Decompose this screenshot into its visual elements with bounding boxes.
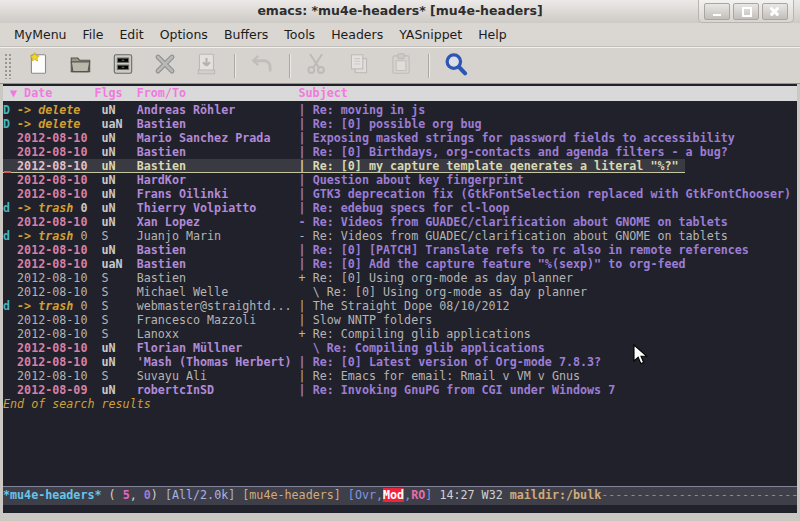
menu-buffers[interactable]: Buffers <box>216 25 276 44</box>
message-row[interactable]: 2012-08-10 S Suvayu Ali | Re: Emacs for … <box>3 369 797 383</box>
toolbar-separator <box>428 54 429 78</box>
undo-icon <box>249 51 275 81</box>
message-row[interactable]: 2012-08-10 uN Bastien | Re: [0] my captu… <box>3 159 685 173</box>
menu-tools[interactable]: Tools <box>276 25 323 44</box>
modeline-plain: ( <box>102 488 123 502</box>
menu-yasnippet[interactable]: YASnippet <box>391 25 470 44</box>
modeline-dashes: ------------------------------ <box>601 488 797 502</box>
message-row[interactable]: 2012-08-09 uN robertcInSD | Re: Invoking… <box>3 383 797 397</box>
modeline-major-mode: [mu4e-headers] <box>242 488 348 502</box>
save-button[interactable] <box>106 51 140 81</box>
menu-edit[interactable]: Edit <box>111 25 151 44</box>
menubar: MyMenuFileEditOptionsBuffersToolsHeaders… <box>0 23 800 47</box>
modeline-plain: , <box>130 488 144 502</box>
message-row[interactable]: d -> trash 0 uN Thierry Volpiatto | Re: … <box>3 201 797 215</box>
window-title: emacs: *mu4e-headers* [mu4e-headers] <box>0 3 800 18</box>
toolbar-separator <box>289 54 290 78</box>
modeline-position: [All/2.0k] <box>165 488 242 502</box>
message-row[interactable]: 2012-08-10 S Bastien + Re: [0] Using org… <box>3 271 797 285</box>
modeline-readonly: RO <box>411 488 425 502</box>
cut-icon <box>304 51 330 81</box>
save-as-icon <box>194 51 220 81</box>
search-button[interactable] <box>439 51 473 81</box>
message-row[interactable]: 2012-08-10 uN Frans Oilinki | GTK3 depre… <box>3 187 797 201</box>
message-row[interactable]: 2012-08-10 uN Xan Lopez - Re: Videos fro… <box>3 215 797 229</box>
menu-file[interactable]: File <box>75 25 112 44</box>
message-row[interactable]: d -> trash 0 S webmaster@straightd... | … <box>3 299 797 313</box>
toolbar-drag-handle[interactable] <box>4 53 12 79</box>
message-list: D -> delete uN Andreas Röhler | Re: movi… <box>3 101 797 397</box>
message-row[interactable]: 2012-08-10 uN Mario Sanchez Prada | Expo… <box>3 131 797 145</box>
open-folder-button[interactable] <box>64 51 98 81</box>
message-row[interactable]: 2012-08-10 uN Bastien | Re: [0] Birthday… <box>3 145 797 159</box>
modeline: *mu4e-headers* ( 5, 0) [All/2.0k] [mu4e-… <box>3 486 797 505</box>
modeline-maildir: maildir:/bulk <box>510 488 601 502</box>
message-row[interactable]: D -> delete uaN Bastien | Re: [0] possib… <box>3 117 797 131</box>
message-row[interactable]: 2012-08-10 uN HardKor | Question about k… <box>3 173 797 187</box>
modeline-col-num: 0 <box>144 488 151 502</box>
titlebar[interactable]: emacs: *mu4e-headers* [mu4e-headers] <box>0 0 800 24</box>
paste-icon <box>388 51 414 81</box>
close-button[interactable] <box>762 3 788 20</box>
save-as-button <box>190 51 224 81</box>
echo-area[interactable] <box>3 505 797 513</box>
column-header-line[interactable]: ▼ Date Flgs From/To Subject <box>3 86 797 101</box>
modeline-modified: Mod <box>383 488 404 502</box>
minimize-icon <box>713 14 721 16</box>
toolbar <box>0 47 800 84</box>
modeline-buffer-name: *mu4e-headers* <box>3 488 102 502</box>
message-row[interactable]: 2012-08-10 S Michael Welle \ Re: [0] Usi… <box>3 285 797 299</box>
buffer-area[interactable]: ▼ Date Flgs From/To Subject D -> delete … <box>3 84 797 513</box>
menu-options[interactable]: Options <box>152 25 216 44</box>
close-icon <box>152 51 178 81</box>
message-row[interactable]: 2012-08-10 uaN Bastien | Re: [0] Add the… <box>3 257 797 271</box>
end-of-results-text: End of search results <box>3 397 797 411</box>
window-controls <box>698 0 794 23</box>
maximize-button[interactable] <box>733 3 759 20</box>
copy-icon <box>346 51 372 81</box>
message-row[interactable]: 2012-08-10 uN Florian Müllner \ Re: Comp… <box>3 341 797 355</box>
new-file-icon <box>26 51 52 81</box>
save-icon <box>110 51 136 81</box>
search-icon <box>443 51 469 81</box>
maximize-icon <box>742 7 752 17</box>
message-row[interactable]: 2012-08-10 S Lanoxx + Re: Compiling glib… <box>3 327 797 341</box>
copy-button <box>342 51 376 81</box>
new-file-button[interactable] <box>22 51 56 81</box>
close-button[interactable] <box>148 51 182 81</box>
minimize-button[interactable] <box>704 3 730 20</box>
modeline-minor: [Ovr, <box>348 488 383 502</box>
emacs-window: emacs: *mu4e-headers* [mu4e-headers] MyM… <box>0 0 800 521</box>
modeline-plain: ) <box>151 488 165 502</box>
open-folder-icon <box>68 51 94 81</box>
cut-button <box>300 51 334 81</box>
undo-button <box>245 51 279 81</box>
menu-mymenu[interactable]: MyMenu <box>6 25 75 44</box>
message-row[interactable]: D -> delete uN Andreas Röhler | Re: movi… <box>3 103 797 117</box>
toolbar-separator <box>234 54 235 78</box>
fringe-cursor <box>4 171 11 173</box>
paste-button <box>384 51 418 81</box>
message-row[interactable]: d -> trash 0 S Juanjo Marin - Re: Videos… <box>3 229 797 243</box>
modeline-line-num: 5 <box>123 488 130 502</box>
message-row[interactable]: 2012-08-10 uN 'Mash (Thomas Herbert) | R… <box>3 355 797 369</box>
menu-headers[interactable]: Headers <box>323 25 391 44</box>
modeline-plain: 14:27 W32 <box>439 488 509 502</box>
empty-buffer-space <box>3 411 797 486</box>
message-row[interactable]: 2012-08-10 uN Bastien | Re: [0] [PATCH] … <box>3 243 797 257</box>
menu-help[interactable]: Help <box>470 25 515 44</box>
modeline-minor: ] <box>425 488 439 502</box>
message-row[interactable]: 2012-08-10 S Francesco Mazzoli | Slow NN… <box>3 313 797 327</box>
